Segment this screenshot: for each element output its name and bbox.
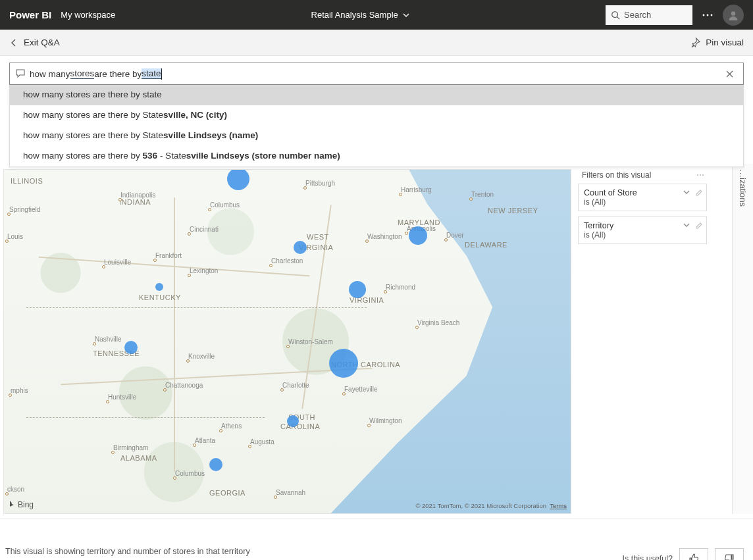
map-city-label: Dover xyxy=(446,232,464,239)
map-city-label: Knoxville xyxy=(188,353,215,360)
qna-area: how many stores are there by state how m… xyxy=(0,56,753,85)
map-terms-link[interactable]: Terms xyxy=(550,502,567,509)
chevron-left-icon xyxy=(9,38,18,47)
map-state-label: INDIANA xyxy=(119,198,151,206)
svg-point-0 xyxy=(612,11,618,17)
city-dot xyxy=(269,264,273,267)
map-city-label: ckson xyxy=(7,486,24,493)
pin-visual-button[interactable]: Pin visual xyxy=(690,38,744,47)
map-city-label: Fayetteville xyxy=(344,386,378,393)
qna-suggestion[interactable]: how many stores are there by Statesville… xyxy=(10,105,743,126)
thumbs-down-button[interactable] xyxy=(715,548,744,560)
filter-value: is (All) xyxy=(584,197,701,207)
data-bubble[interactable] xyxy=(329,349,358,378)
ocean-shape xyxy=(310,170,571,513)
more-icon[interactable] xyxy=(702,9,714,21)
filter-value: is (All) xyxy=(584,230,701,240)
map-city-label: Louis xyxy=(7,233,23,240)
chevron-down-icon[interactable] xyxy=(683,188,690,196)
road xyxy=(174,197,175,472)
global-search-input[interactable]: Search xyxy=(606,5,692,25)
brand-label: Power BI xyxy=(9,9,51,20)
thumbs-up-icon xyxy=(688,553,700,560)
thumbs-down-icon xyxy=(723,553,735,560)
data-bubble[interactable] xyxy=(209,458,222,471)
city-dot xyxy=(399,193,402,196)
data-bubble[interactable] xyxy=(287,415,299,427)
map-city-label: Richmond xyxy=(386,284,415,291)
city-dot xyxy=(7,213,11,216)
city-dot xyxy=(274,496,277,499)
pin-icon xyxy=(690,38,700,47)
qna-suggestion[interactable]: how many stores are there by 536 - State… xyxy=(10,146,743,166)
city-dot xyxy=(469,197,473,201)
report-title-button[interactable]: Retail Analysis Sample xyxy=(311,10,410,20)
map-city-label: Louisville xyxy=(104,259,131,266)
app-header: Power BI My workspace Retail Analysis Sa… xyxy=(0,0,753,30)
qna-input[interactable]: how many stores are there by state xyxy=(9,63,744,85)
svg-point-3 xyxy=(707,14,709,16)
svg-line-1 xyxy=(617,16,620,19)
qna-suggestion[interactable]: how many stores are there by state xyxy=(10,85,743,105)
city-dot xyxy=(5,492,9,496)
data-bubble[interactable] xyxy=(409,226,427,245)
city-dot xyxy=(342,392,346,395)
map-city-label: Columbus xyxy=(175,470,205,477)
map-visual[interactable]: Bing © 2021 TomTom, © 2021 Microsoft Cor… xyxy=(3,169,571,514)
map-city-label: Annapolis xyxy=(407,225,436,232)
map-state-label: VIRGINIA xyxy=(299,243,333,251)
city-dot xyxy=(444,238,448,242)
city-dot xyxy=(188,274,191,277)
map-city-label: Wilmington xyxy=(369,417,402,424)
map-city-label: Indianapolis xyxy=(120,191,155,199)
map-city-label: Trenton xyxy=(471,191,494,198)
filters-pane: Filters on this visual ⋯ Count of Store … xyxy=(578,169,707,514)
useful-label: Is this useful? xyxy=(623,554,673,560)
qna-suggestion[interactable]: how many stores are there by Statesville… xyxy=(10,126,743,146)
data-bubble[interactable] xyxy=(124,341,138,354)
exit-qna-label: Exit Q&A xyxy=(24,38,60,47)
chevron-down-icon xyxy=(402,11,410,19)
map-city-label: Virginia Beach xyxy=(417,319,459,326)
filters-heading: Filters on this visual ⋯ xyxy=(578,169,707,184)
data-bubble[interactable] xyxy=(155,283,163,291)
workspace-label[interactable]: My workspace xyxy=(61,10,115,20)
eraser-icon[interactable] xyxy=(694,188,702,196)
city-dot xyxy=(303,186,307,190)
map-state-label: CAROLINA xyxy=(280,422,320,430)
filter-card[interactable]: Territory is (All) xyxy=(578,216,707,244)
qna-suggestions: how many stores are there by state how m… xyxy=(9,85,744,167)
content-area: Bing © 2021 TomTom, © 2021 Microsoft Cor… xyxy=(0,164,753,514)
qna-footer: This visual is showing territory and num… xyxy=(0,518,753,560)
thumbs-up-button[interactable] xyxy=(679,548,708,560)
city-dot xyxy=(367,424,371,427)
visualizations-pane-collapsed[interactable]: …izations xyxy=(732,164,753,514)
map-copyright: © 2021 TomTom, © 2021 Microsoft Corporat… xyxy=(415,502,567,509)
eraser-icon[interactable] xyxy=(694,221,702,229)
map-city-label: Augusta xyxy=(250,438,274,445)
svg-point-2 xyxy=(703,14,705,16)
user-avatar[interactable] xyxy=(723,5,744,26)
clear-input-button[interactable] xyxy=(725,70,738,78)
state-border xyxy=(26,417,265,418)
qna-sub-header: Exit Q&A Pin visual xyxy=(0,30,753,56)
filter-card[interactable]: Count of Store is (All) xyxy=(578,184,707,211)
map-city-label: Savannah xyxy=(276,489,305,496)
qna-prefix: how many xyxy=(30,69,70,79)
comment-icon xyxy=(15,68,26,79)
map-city-label: Springfield xyxy=(9,206,40,213)
city-dot xyxy=(102,265,105,268)
data-bubble[interactable] xyxy=(227,169,249,190)
exit-qna-button[interactable]: Exit Q&A xyxy=(9,38,60,47)
map-city-label: Atlanta xyxy=(195,437,215,444)
visualizations-label: …izations xyxy=(738,169,748,207)
data-bubble[interactable] xyxy=(294,241,307,254)
map-state-label: VIRGINIA xyxy=(350,296,384,304)
chevron-down-icon[interactable] xyxy=(683,221,690,229)
map-city-label: Frankfort xyxy=(155,252,182,259)
city-dot xyxy=(118,198,122,201)
city-dot xyxy=(365,240,369,243)
data-bubble[interactable] xyxy=(349,281,366,298)
map-city-label: Charlotte xyxy=(282,382,309,389)
search-icon xyxy=(611,11,620,20)
